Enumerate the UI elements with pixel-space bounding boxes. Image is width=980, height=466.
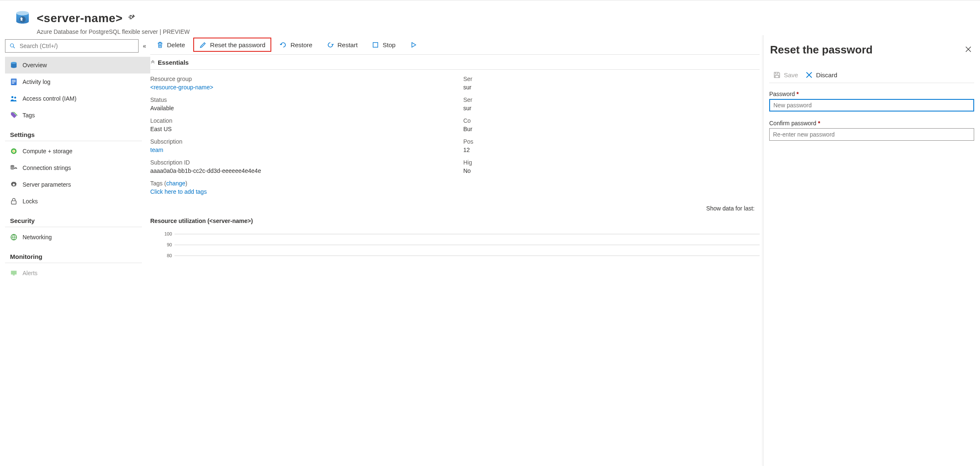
sidebar-item-alerts[interactable]: Alerts	[5, 265, 150, 281]
sidebar-group-monitoring: Monitoring	[5, 246, 142, 263]
panel-discard-button[interactable]: Discard	[806, 71, 837, 79]
main-content: Delete Reset the password Restore	[150, 35, 763, 466]
sidebar-item-label: Overview	[23, 62, 47, 68]
sidebar-item-activity-log[interactable]: Activity log	[5, 73, 150, 90]
svg-rect-19	[13, 274, 15, 275]
panel-save-button[interactable]: Save	[773, 71, 798, 79]
ess-value-subscription[interactable]: team	[150, 147, 447, 153]
svg-rect-18	[11, 271, 17, 274]
close-icon[interactable]	[965, 46, 972, 54]
cmd-restore[interactable]: Restore	[274, 38, 318, 52]
password-label: Password *	[769, 91, 974, 97]
network-icon	[10, 233, 18, 241]
svg-point-0	[16, 11, 29, 15]
svg-rect-20	[373, 42, 378, 47]
password-input[interactable]	[769, 99, 974, 111]
discard-icon	[806, 71, 813, 79]
cmd-start[interactable]	[404, 38, 418, 52]
play-icon	[410, 41, 417, 48]
cmd-reset-password[interactable]: Reset the password	[193, 38, 271, 52]
nav-search-input[interactable]	[19, 42, 134, 50]
restart-icon	[326, 41, 334, 48]
tags-change-link[interactable]: change	[166, 180, 185, 187]
ess-label-sub-id: Subscription ID	[150, 159, 447, 166]
ess-label-status: Status	[150, 96, 447, 103]
alerts-icon	[10, 269, 18, 277]
nav-search-box[interactable]	[5, 39, 139, 53]
show-data-for-last: Show data for last:	[150, 195, 763, 212]
tags-label: Tags (change)	[150, 180, 187, 187]
cmd-delete[interactable]: Delete	[150, 38, 191, 52]
ess-value-sub-id: aaaa0a0a-bb1b-cc2c-dd3d-eeeeee4e4e4e	[150, 167, 447, 174]
compute-icon	[10, 147, 18, 155]
save-icon	[773, 71, 780, 79]
reset-password-panel: Reset the password Save Discard P	[763, 35, 980, 466]
tag-icon	[10, 111, 18, 119]
gear-icon	[10, 181, 18, 188]
sidebar-item-tags[interactable]: Tags	[5, 107, 150, 124]
ess-value-resource-group[interactable]: <resource-group-name>	[150, 84, 447, 91]
essentials-toggle[interactable]: Essentials	[150, 54, 760, 70]
svg-rect-7	[12, 81, 16, 82]
sidebar-group-settings: Settings	[5, 124, 142, 141]
restore-icon	[280, 41, 287, 48]
ess-label-pg-version: Pos	[463, 138, 760, 145]
svg-point-15	[13, 183, 15, 185]
ess-value-pg-version: 12	[463, 147, 760, 153]
sidebar-item-label: Access control (IAM)	[23, 95, 76, 102]
svg-point-2	[10, 44, 14, 47]
resource-postgres-icon	[13, 9, 32, 28]
sidebar-item-access-control[interactable]: Access control (IAM)	[5, 90, 150, 107]
sidebar-item-compute-storage[interactable]: Compute + storage	[5, 143, 150, 160]
ess-value-ha: No	[463, 167, 760, 174]
cmd-stop[interactable]: Stop	[366, 38, 402, 52]
ess-label-ha: Hig	[463, 159, 760, 166]
svg-rect-16	[11, 201, 16, 204]
search-icon	[10, 43, 15, 49]
ess-label-server-admin: Ser	[463, 96, 760, 103]
sidebar-item-locks[interactable]: Locks	[5, 193, 150, 210]
sidebar-item-label: Activity log	[23, 79, 51, 85]
svg-line-3	[13, 47, 15, 48]
collapse-sidebar-icon[interactable]: «	[143, 43, 146, 49]
trash-icon	[156, 41, 164, 48]
sidebar-item-label: Networking	[23, 234, 52, 241]
resource-title: <server-name>	[37, 12, 123, 25]
chevron-up-icon	[150, 60, 155, 65]
sidebar-item-label: Alerts	[23, 270, 38, 276]
log-icon	[10, 78, 18, 86]
sidebar-item-server-parameters[interactable]: Server parameters	[5, 176, 150, 193]
ess-value-location: East US	[150, 126, 447, 132]
people-icon	[10, 95, 18, 102]
panel-title: Reset the password	[770, 43, 873, 56]
ess-value-server-name: sur	[463, 84, 760, 91]
pin-icon[interactable]	[128, 14, 135, 23]
sidebar-item-label: Compute + storage	[23, 148, 72, 154]
ess-label-subscription: Subscription	[150, 138, 447, 145]
ess-value-status: Available	[150, 105, 447, 111]
sidebar-item-networking[interactable]: Networking	[5, 229, 150, 246]
cmd-restart[interactable]: Restart	[321, 38, 363, 52]
svg-point-1	[20, 16, 26, 23]
sidebar-item-label: Tags	[23, 112, 35, 119]
svg-point-9	[11, 96, 13, 98]
sidebar-item-label: Server parameters	[23, 181, 71, 188]
conn-icon	[10, 164, 18, 172]
confirm-password-label: Confirm password *	[769, 120, 974, 127]
svg-point-10	[14, 97, 16, 99]
pencil-icon	[199, 41, 207, 48]
server-icon	[10, 61, 18, 69]
ess-value-configuration: Bur	[463, 126, 760, 132]
lock-icon	[10, 198, 18, 205]
svg-point-14	[10, 165, 14, 167]
stop-icon	[372, 41, 379, 48]
ess-label-server-name: Ser	[463, 76, 760, 82]
confirm-password-input[interactable]	[769, 128, 974, 141]
ess-label-configuration: Co	[463, 117, 760, 124]
sidebar-item-overview[interactable]: Overview	[5, 57, 150, 73]
sidebar-item-label: Locks	[23, 198, 38, 205]
sidebar-item-connection-strings[interactable]: Connection strings	[5, 160, 150, 176]
ess-value-server-admin: sur	[463, 105, 760, 111]
tags-add-link[interactable]: Click here to add tags	[150, 188, 763, 195]
ess-label-resource-group: Resource group	[150, 76, 447, 82]
